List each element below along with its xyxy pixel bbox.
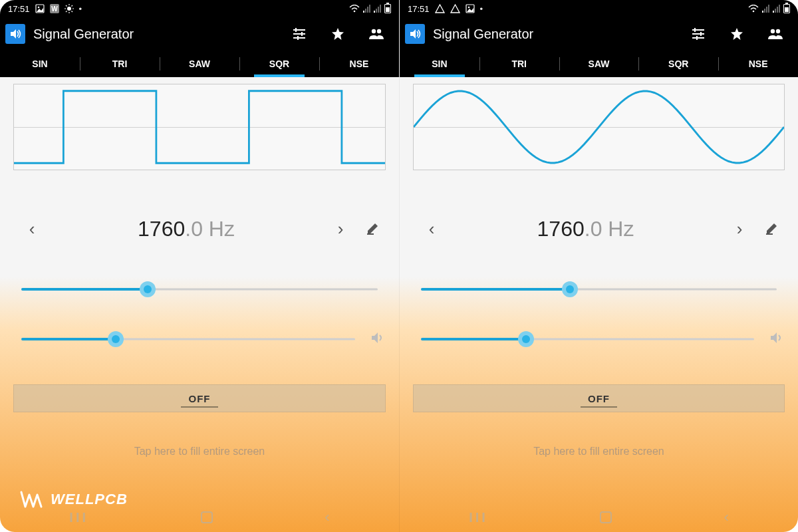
freq-increase-button[interactable]: › (327, 219, 354, 239)
svg-text:W: W (51, 5, 58, 13)
nav-home-button[interactable] (600, 511, 612, 523)
tab-label: SIN (32, 59, 47, 69)
frequency-display[interactable]: 1760.0 Hz (45, 217, 327, 241)
tab-nse[interactable]: NSE (319, 51, 399, 77)
wifi-icon (349, 5, 360, 13)
star-icon[interactable] (329, 25, 347, 43)
group-icon[interactable] (367, 25, 386, 43)
tab-label: TRI (511, 59, 527, 69)
app-title: Signal Generator (33, 27, 134, 42)
waveform-tabs: SINTRISAWSQRNSE (400, 51, 798, 77)
nav-back-button[interactable]: ‹ (325, 509, 329, 526)
svg-point-32 (771, 29, 775, 33)
svg-point-25 (753, 11, 755, 13)
wifi-icon (748, 5, 759, 13)
svg-rect-18 (301, 32, 303, 36)
image-icon (466, 4, 475, 13)
edit-frequency-icon[interactable] (354, 221, 380, 238)
svg-rect-28 (692, 37, 704, 39)
volume-slider[interactable] (413, 331, 762, 347)
nav-back-button[interactable]: ‹ (724, 509, 728, 526)
svg-rect-30 (700, 32, 702, 36)
freq-decrease-button[interactable]: ‹ (418, 219, 445, 239)
waveform-preview (13, 84, 386, 170)
power-toggle-button[interactable]: OFF (413, 384, 785, 412)
status-time: 17:51 (408, 4, 430, 14)
app-icon-speaker (5, 24, 25, 44)
svg-rect-19 (297, 36, 299, 40)
svg-rect-27 (692, 33, 704, 35)
svg-point-24 (467, 7, 469, 9)
frequency-slider[interactable] (13, 281, 386, 297)
tab-tri[interactable]: TRI (80, 51, 160, 77)
tab-label: TRI (112, 59, 128, 69)
svg-rect-17 (295, 28, 297, 32)
tab-label: NSE (350, 59, 369, 69)
power-label: OFF (189, 393, 211, 404)
screenshot-pane-1: 17:51 • Signal Generator SINTRISAWSQRNSE (399, 0, 798, 532)
tab-saw[interactable]: SAW (559, 51, 639, 77)
tab-nse[interactable]: NSE (718, 51, 798, 77)
freq-increase-button[interactable]: › (726, 219, 753, 239)
tune-icon[interactable] (290, 25, 309, 43)
triangle-alert-icon (435, 4, 445, 13)
svg-point-1 (37, 7, 39, 9)
tab-tri[interactable]: TRI (479, 51, 559, 77)
nav-home-button[interactable] (201, 511, 213, 523)
cell-signal-icon (363, 5, 370, 13)
tab-label: SAW (589, 59, 610, 69)
edit-frequency-icon[interactable] (753, 221, 779, 238)
nav-recents-button[interactable]: III (469, 510, 488, 525)
frequency-display[interactable]: 1760.0 Hz (445, 217, 726, 241)
more-notifications-dot: • (79, 4, 82, 14)
group-icon[interactable] (766, 25, 785, 43)
freq-decrease-button[interactable]: ‹ (19, 219, 45, 239)
tab-sqr[interactable]: SQR (239, 51, 319, 77)
app-bar: Signal Generator (0, 17, 399, 51)
tab-label: SAW (189, 59, 210, 69)
power-label: OFF (588, 393, 610, 404)
svg-point-20 (372, 29, 376, 33)
power-toggle-button[interactable]: OFF (13, 384, 386, 412)
status-time: 17:51 (8, 4, 30, 14)
tune-icon[interactable] (689, 25, 708, 43)
cell-signal-icon (762, 5, 769, 13)
screenshot-pane-0: 17:51 W• Signal Generator SINTRISAWSQRNS… (0, 0, 399, 532)
svg-point-33 (776, 29, 780, 33)
more-notifications-dot: • (480, 4, 483, 14)
battery-icon (384, 4, 391, 13)
star-icon[interactable] (728, 25, 746, 43)
app-icon-speaker (405, 24, 425, 44)
svg-rect-31 (696, 36, 698, 40)
brightness-icon (65, 4, 74, 13)
svg-rect-16 (293, 37, 305, 39)
svg-rect-26 (692, 29, 704, 31)
tab-sin[interactable]: SIN (0, 51, 80, 77)
tab-sqr[interactable]: SQR (638, 51, 718, 77)
fullscreen-hint[interactable]: Tap here to fill entire screen (413, 446, 785, 458)
volume-icon[interactable] (363, 331, 386, 348)
tab-label: SQR (668, 59, 688, 69)
battery-icon (783, 4, 790, 13)
status-bar: 17:51 • (400, 0, 798, 17)
image-icon (35, 4, 45, 13)
nav-recents-button[interactable]: III (69, 510, 88, 525)
tab-saw[interactable]: SAW (160, 51, 239, 77)
svg-rect-22 (367, 233, 374, 235)
cell-signal-icon (374, 5, 381, 13)
svg-rect-15 (293, 33, 305, 35)
tab-label: NSE (749, 59, 768, 69)
cell-signal-icon (773, 5, 780, 13)
waveform-preview (413, 84, 785, 170)
tab-label: SQR (269, 59, 289, 69)
volume-icon[interactable] (762, 331, 785, 348)
svg-line-11 (66, 11, 67, 13)
volume-slider[interactable] (13, 331, 363, 347)
fullscreen-hint[interactable]: Tap here to fill entire screen (13, 446, 386, 458)
svg-line-9 (66, 5, 67, 7)
app-bar: Signal Generator (400, 17, 798, 51)
status-bar: 17:51 W• (0, 0, 399, 17)
svg-rect-14 (293, 29, 305, 31)
frequency-slider[interactable] (413, 281, 785, 297)
tab-sin[interactable]: SIN (400, 51, 479, 77)
